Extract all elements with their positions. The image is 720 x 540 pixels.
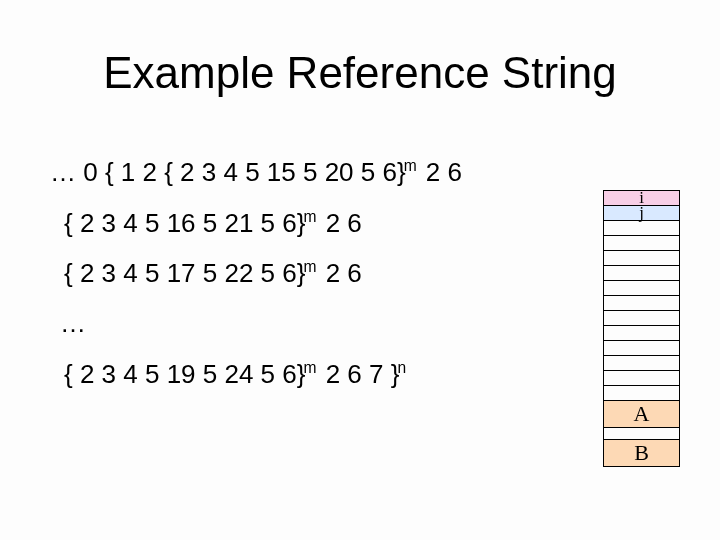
ref-line-3-pre: { 2 3 4 5 17 5 22 5 6}	[64, 258, 305, 288]
stack-row-empty	[604, 340, 679, 355]
ref-line-3: { 2 3 4 5 17 5 22 5 6}m 2 6	[64, 259, 580, 286]
stack-row-empty	[604, 385, 679, 400]
stack-row-A: A	[604, 400, 679, 427]
stack-row-empty	[604, 310, 679, 325]
ref-line-1-pre: … 0 { 1 2 { 2 3 4 5 15 5 20 5 6}	[50, 157, 406, 187]
stack-row-empty	[604, 295, 679, 310]
ref-line-2-post: 2 6	[318, 207, 361, 237]
ref-line-4-mid: 2 6 7 }	[318, 359, 399, 389]
ref-line-1-post: 2 6	[419, 157, 462, 187]
ref-line-3-post: 2 6	[318, 258, 361, 288]
stack-row-empty	[604, 265, 679, 280]
ref-line-ellipsis: …	[60, 310, 580, 336]
ref-line-1-sup: m	[404, 157, 417, 174]
stack-row-empty	[604, 235, 679, 250]
ref-line-1: … 0 { 1 2 { 2 3 4 5 15 5 20 5 6}m 2 6	[50, 158, 580, 185]
ref-line-2-sup: m	[303, 208, 316, 225]
ref-line-4-sup1: m	[303, 359, 316, 376]
ref-line-4-pre: { 2 3 4 5 19 5 24 5 6}	[64, 359, 305, 389]
stack-row-empty	[604, 280, 679, 295]
ref-line-2: { 2 3 4 5 16 5 21 5 6}m 2 6	[64, 209, 580, 236]
stack-row-empty	[604, 250, 679, 265]
stack-row-empty	[604, 355, 679, 370]
stack-row-empty	[604, 370, 679, 385]
page-stack: i j A B	[603, 190, 680, 467]
ref-line-4-sup2: n	[397, 359, 406, 376]
stack-row-B: B	[603, 439, 680, 467]
ref-line-3-sup: m	[303, 258, 316, 275]
stack-row-empty	[604, 220, 679, 235]
slide: Example Reference String … 0 { 1 2 { 2 3…	[0, 0, 720, 540]
ref-line-2-pre: { 2 3 4 5 16 5 21 5 6}	[64, 207, 305, 237]
reference-string-lines: … 0 { 1 2 { 2 3 4 5 15 5 20 5 6}m 2 6 { …	[50, 158, 580, 411]
stack-row-j: j	[604, 205, 679, 220]
stack-row-empty	[604, 325, 679, 340]
slide-title: Example Reference String	[0, 48, 720, 98]
ref-line-4: { 2 3 4 5 19 5 24 5 6}m 2 6 7 }n	[64, 360, 580, 387]
